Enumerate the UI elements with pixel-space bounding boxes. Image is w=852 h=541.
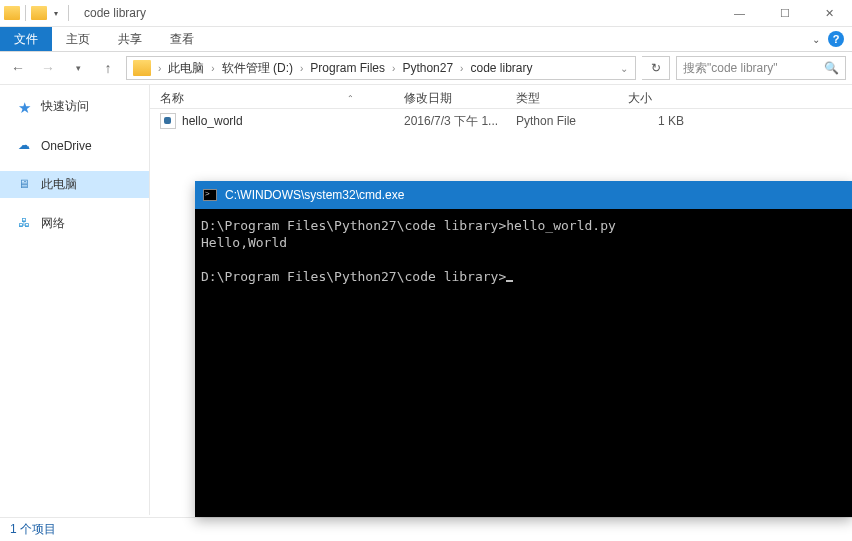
window-title: code library (84, 6, 146, 20)
breadcrumb[interactable]: › 此电脑 › 软件管理 (D:) › Program Files › Pyth… (126, 56, 636, 80)
forward-button[interactable]: → (36, 56, 60, 80)
status-bar: 1 个项目 (0, 517, 852, 541)
chevron-right-icon[interactable]: › (208, 63, 217, 74)
file-row[interactable]: hello_world 2016/7/3 下午 1... Python File… (150, 109, 852, 133)
recent-dropdown[interactable]: ▾ (66, 56, 90, 80)
cmd-output[interactable]: D:\Program Files\Python27\code library>h… (195, 209, 852, 517)
up-button[interactable]: ↑ (96, 56, 120, 80)
crumb-item[interactable]: code library (466, 57, 536, 79)
chevron-right-icon[interactable]: › (155, 63, 164, 74)
folder-icon (133, 60, 151, 76)
header-name[interactable]: 名称⌃ (150, 90, 394, 107)
tab-share[interactable]: 共享 (104, 27, 156, 51)
qat-properties-icon[interactable] (31, 6, 47, 20)
sidebar: ★ 快速访问 ☁ OneDrive 🖥 此电脑 🖧 网络 (0, 85, 150, 515)
tab-view[interactable]: 查看 (156, 27, 208, 51)
sidebar-item-label: 快速访问 (41, 98, 89, 115)
sidebar-item-label: OneDrive (41, 139, 92, 153)
sidebar-item-label: 网络 (41, 215, 65, 232)
header-date[interactable]: 修改日期 (394, 90, 506, 107)
search-placeholder: 搜索"code library" (683, 60, 778, 77)
chevron-right-icon[interactable]: › (297, 63, 306, 74)
chevron-down-icon[interactable]: ⌄ (617, 63, 631, 74)
header-type[interactable]: 类型 (506, 90, 618, 107)
crumb-item[interactable]: Program Files (306, 57, 389, 79)
search-icon: 🔍 (824, 61, 839, 75)
tab-home[interactable]: 主页 (52, 27, 104, 51)
star-icon: ★ (18, 99, 34, 115)
cmd-icon (203, 189, 217, 201)
cursor (506, 280, 513, 282)
sort-indicator-icon: ⌃ (347, 94, 354, 103)
column-headers: 名称⌃ 修改日期 类型 大小 (150, 85, 852, 109)
ribbon-collapse-icon[interactable]: ⌄ (812, 34, 820, 45)
maximize-button[interactable]: ☐ (762, 0, 807, 27)
minimize-button[interactable]: — (717, 0, 762, 27)
python-file-icon (160, 113, 176, 129)
sidebar-item-label: 此电脑 (41, 176, 77, 193)
sidebar-item-quickaccess[interactable]: ★ 快速访问 (0, 93, 149, 120)
file-name: hello_world (182, 114, 243, 128)
cloud-icon: ☁ (18, 138, 34, 154)
divider (25, 5, 26, 21)
crumb-item[interactable]: Python27 (398, 57, 457, 79)
window-icon (4, 6, 20, 20)
file-date: 2016/7/3 下午 1... (394, 113, 506, 130)
sidebar-item-network[interactable]: 🖧 网络 (0, 210, 149, 237)
cmd-window: C:\WINDOWS\system32\cmd.exe D:\Program F… (195, 181, 852, 517)
chevron-right-icon[interactable]: › (389, 63, 398, 74)
ribbon: 文件 主页 共享 查看 ⌄ ? (0, 27, 852, 52)
cmd-titlebar[interactable]: C:\WINDOWS\system32\cmd.exe (195, 181, 852, 209)
refresh-button[interactable]: ↻ (642, 56, 670, 80)
file-size: 1 KB (618, 114, 708, 128)
monitor-icon: 🖥 (18, 177, 34, 193)
help-icon[interactable]: ? (828, 31, 844, 47)
header-size[interactable]: 大小 (618, 90, 708, 107)
file-type: Python File (506, 114, 618, 128)
close-button[interactable]: ✕ (807, 0, 852, 27)
crumb-item[interactable]: 软件管理 (D:) (218, 57, 297, 79)
search-input[interactable]: 搜索"code library" 🔍 (676, 56, 846, 80)
sidebar-item-onedrive[interactable]: ☁ OneDrive (0, 132, 149, 159)
qat-dropdown[interactable]: ▾ (49, 6, 63, 20)
chevron-right-icon[interactable]: › (457, 63, 466, 74)
cmd-title-text: C:\WINDOWS\system32\cmd.exe (225, 188, 404, 202)
sidebar-item-thispc[interactable]: 🖥 此电脑 (0, 171, 149, 198)
address-bar: ← → ▾ ↑ › 此电脑 › 软件管理 (D:) › Program File… (0, 52, 852, 85)
divider (68, 5, 69, 21)
crumb-item[interactable]: 此电脑 (164, 57, 208, 79)
status-text: 1 个项目 (10, 521, 56, 538)
back-button[interactable]: ← (6, 56, 30, 80)
network-icon: 🖧 (18, 216, 34, 232)
titlebar: ▾ code library — ☐ ✕ (0, 0, 852, 27)
tab-file[interactable]: 文件 (0, 27, 52, 51)
